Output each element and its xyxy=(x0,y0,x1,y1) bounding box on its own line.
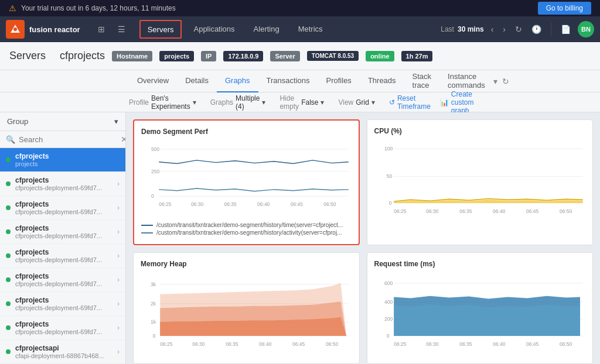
nav-item-alerting[interactable]: Alerting xyxy=(244,16,289,42)
request-chart-svg: 600 400 200 0 06:25 06:30 06:35 06:40 06… xyxy=(374,273,586,355)
chevron-right-icon: › xyxy=(117,228,120,236)
search-input[interactable] xyxy=(19,135,117,144)
svg-text:06:45: 06:45 xyxy=(292,341,305,347)
page-header: Servers cfprojects Hostname projects IP … xyxy=(0,42,600,70)
server-item-info: cfprojects cfprojects-deployment-69fd7..… xyxy=(15,272,112,287)
status-dot xyxy=(6,253,11,258)
server-name: cfprojects xyxy=(60,50,105,62)
clock-btn[interactable]: 🕐 xyxy=(529,22,544,36)
svg-text:0: 0 xyxy=(386,333,389,339)
svg-text:500: 500 xyxy=(151,146,159,152)
chevron-right-icon: › xyxy=(117,204,120,212)
chevron-right-icon: › xyxy=(117,252,120,260)
tab-profiles[interactable]: Profiles xyxy=(318,70,360,92)
chevron-right-icon: › xyxy=(117,300,120,308)
server-item[interactable]: cfprojects cfprojects-deployment-69fd7..… xyxy=(0,268,125,292)
server-item-info: cfprojects cfprojects-deployment-69fd7..… xyxy=(15,176,112,191)
graphs-filter[interactable]: Graphs Multiple (4) ▾ xyxy=(210,94,266,111)
logo-text: fusion reactor xyxy=(29,25,80,34)
chevron-right-icon: › xyxy=(117,276,120,284)
tab-instance-commands[interactable]: Instance commands xyxy=(439,70,493,92)
server-item[interactable]: cfprojects cfprojects-deployment-69fd7..… xyxy=(0,220,125,244)
svg-text:2k: 2k xyxy=(151,301,156,307)
tab-transactions[interactable]: Transactions xyxy=(258,70,318,92)
svg-text:06:25: 06:25 xyxy=(159,201,172,207)
server-item[interactable]: cfprojects cfprojects-deployment-69fd7..… xyxy=(0,316,125,340)
profile-filter[interactable]: Profile Ben's Experiments ▾ xyxy=(129,94,196,111)
server-item-info: cfprojects cfprojects-deployment-69fd7..… xyxy=(15,320,112,335)
create-custom-graph-btn[interactable]: 📊 Create custom graph xyxy=(440,90,474,115)
dashboard-icon-btn[interactable]: ⊞ xyxy=(92,21,111,37)
ip-label-badge: IP xyxy=(201,51,216,61)
nav-item-metrics[interactable]: Metrics xyxy=(289,16,332,42)
group-chevron-icon: ▾ xyxy=(114,117,118,126)
nav-item-servers[interactable]: Servers xyxy=(139,20,182,39)
nav-item-applications[interactable]: Applications xyxy=(184,16,244,42)
tab-details[interactable]: Details xyxy=(177,70,217,92)
nav-right: Last 30 mins ‹ › ↻ 🕐 📄 BN xyxy=(441,21,594,37)
hide-empty-filter[interactable]: Hide empty False ▾ xyxy=(279,94,324,111)
search-bar: 🔍 ✕ xyxy=(0,131,125,148)
svg-text:06:35: 06:35 xyxy=(224,201,237,207)
content-area: Demo Segment Perf 500 250 0 06:25 06:30 … xyxy=(126,112,600,364)
avatar: BN xyxy=(578,21,594,37)
svg-text:06:40: 06:40 xyxy=(259,341,272,347)
next-time-btn[interactable]: › xyxy=(500,22,508,36)
server-item[interactable]: cfprojects projects xyxy=(0,148,125,172)
tab-threads[interactable]: Threads xyxy=(360,70,404,92)
svg-text:06:50: 06:50 xyxy=(326,341,339,347)
server-item[interactable]: cfprojects cfprojects-deployment-69fd7..… xyxy=(0,172,125,196)
hostname-label-badge: Hostname xyxy=(112,51,152,61)
memory-chart: Memory Heap 3k 2k 1k 0 06:25 xyxy=(133,252,360,364)
filter-bar: Profile Ben's Experiments ▾ Graphs Multi… xyxy=(0,92,600,112)
memory-chart-svg: 3k 2k 1k 0 06:25 06:30 06:35 06:40 xyxy=(141,273,352,355)
group-selector[interactable]: Group ▾ xyxy=(0,112,125,131)
server-item[interactable]: cfprojects cfprojects-deployment-69fd7..… xyxy=(0,196,125,220)
svg-text:06:50: 06:50 xyxy=(559,341,572,347)
request-time-chart: Request time (ms) 600 400 200 0 06:25 06… xyxy=(367,252,594,364)
svg-text:400: 400 xyxy=(384,299,393,305)
tab-stack-trace[interactable]: Stack trace xyxy=(404,70,440,92)
svg-text:06:30: 06:30 xyxy=(426,341,439,347)
logo: fusion reactor xyxy=(6,20,80,39)
status-dot xyxy=(6,157,11,162)
prev-time-btn[interactable]: ‹ xyxy=(489,22,496,36)
demo-segment-chart: Demo Segment Perf 500 250 0 06:25 06:30 … xyxy=(133,119,360,245)
svg-point-1 xyxy=(13,28,17,31)
tab-overview[interactable]: Overview xyxy=(129,70,177,92)
svg-text:06:25: 06:25 xyxy=(160,341,173,347)
search-icon: 🔍 xyxy=(6,135,15,144)
cpu-chart-title: CPU (%) xyxy=(374,127,586,135)
svg-text:06:30: 06:30 xyxy=(426,208,439,214)
nav-icons: ⊞ ☰ xyxy=(92,21,131,37)
status-badge: online xyxy=(366,51,394,61)
server-value-badge: TOMCAT 8.0.53 xyxy=(307,51,359,61)
view-filter[interactable]: View Grid ▾ xyxy=(338,98,374,107)
svg-text:3k: 3k xyxy=(151,281,156,287)
cpu-chart: CPU (%) 100 50 0 06:25 06:30 06:35 06: xyxy=(367,119,594,245)
sub-nav-dropdown-btn[interactable]: ▾ xyxy=(493,77,497,86)
svg-text:200: 200 xyxy=(384,316,393,322)
svg-text:1k: 1k xyxy=(151,319,156,325)
server-item-info: cfprojects cfprojects-deployment-69fd7..… xyxy=(15,296,112,311)
svg-marker-54 xyxy=(394,304,580,336)
status-dot xyxy=(6,301,11,306)
nav-items: Servers Applications Alerting Metrics xyxy=(137,16,332,42)
page-title: Servers xyxy=(9,50,46,62)
tab-graphs[interactable]: Graphs xyxy=(217,70,258,92)
refresh-btn[interactable]: ↻ xyxy=(513,22,524,36)
svg-text:250: 250 xyxy=(151,169,159,174)
server-item[interactable]: cfprojectsapi cfapi-deployment-68867b468… xyxy=(0,340,125,364)
list-icon-btn[interactable]: ☰ xyxy=(112,21,131,37)
legend-item: /custom/transit/txntracker/demo-segment/… xyxy=(141,222,352,228)
hostname-value-badge: projects xyxy=(159,51,194,61)
status-dot xyxy=(6,325,11,330)
docs-btn[interactable]: 📄 xyxy=(558,22,573,36)
demo-chart-svg: 500 250 0 06:25 06:30 06:35 06:40 06:45 … xyxy=(141,140,352,217)
go-billing-button[interactable]: Go to billing xyxy=(538,2,591,15)
sub-nav-refresh-btn[interactable]: ↻ xyxy=(502,77,509,86)
search-clear-icon[interactable]: ✕ xyxy=(121,135,126,144)
server-item[interactable]: cfprojects cfprojects-deployment-69fd7..… xyxy=(0,292,125,316)
reset-timeframe-btn[interactable]: ↺ Reset Timeframe xyxy=(389,94,431,111)
server-item[interactable]: cfprojects cfprojects-deployment-69fd7..… xyxy=(0,244,125,268)
